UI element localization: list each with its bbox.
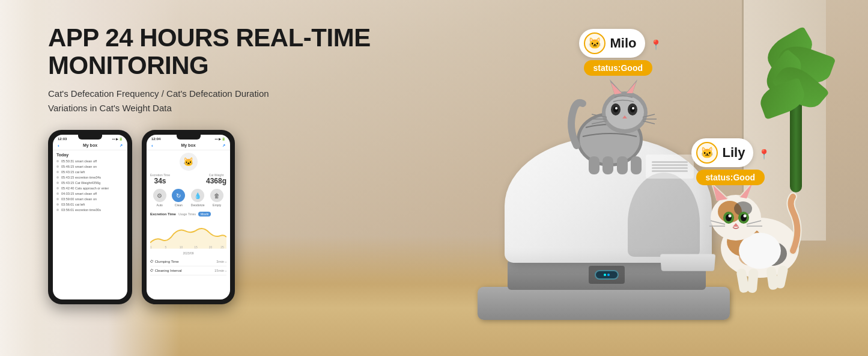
log-dot-3 <box>56 171 59 173</box>
action-buttons-row: ⚙ Auto ↻ Clean 💧 Deodorize <box>150 189 226 207</box>
log-item-7: 04:03:15 smart clean off <box>56 192 124 195</box>
log-item-6: 05:42:40 Cats approach or enter <box>56 186 124 190</box>
phone2-time: 12:04 <box>151 137 160 141</box>
phone1-back[interactable]: ‹ <box>58 143 59 149</box>
log-dot-5 <box>56 182 59 184</box>
milo-status-row: status:Good <box>579 60 652 76</box>
lily-badge: 🐱 Lily 📍 status:Good <box>691 138 779 185</box>
log-time-7: 04:03:15 <box>61 192 74 195</box>
auto-btn-circle: ⚙ <box>153 189 166 202</box>
phone2-cat-icon: 🐱 <box>180 153 198 171</box>
clean-button[interactable]: ↻ Clean <box>172 189 185 207</box>
log-event-7: smart clean off <box>75 192 97 195</box>
phone2-cat-icon-row: 🐱 <box>150 153 226 171</box>
excretion-time-value: 34s <box>150 177 170 185</box>
excretion-chart: 1 5 10 15 20 25 <box>150 219 226 249</box>
log-item-5: 05:43:15 Cat Weight4356g <box>56 181 124 185</box>
milo-name: Milo <box>610 35 637 51</box>
svg-rect-22 <box>602 156 613 174</box>
phone2: 12:04 ▪▪▪ ▶ 🔋 ‹ My box ↗ <box>142 130 235 304</box>
log-event-8: smart clean on <box>75 197 97 201</box>
log-item-2: 05:46:15 smart clean on <box>56 165 124 168</box>
svg-point-12 <box>615 107 618 109</box>
svg-marker-4 <box>611 82 622 94</box>
svg-point-42 <box>744 215 747 218</box>
phones-container: 12:03 ▪▪▪ ▶ 🔋 ‹ My box ↗ Today <box>48 130 396 304</box>
log-dot-4 <box>56 176 59 179</box>
cleaning-interval-setting[interactable]: ⏱ Cleaning Interval 15min › <box>150 266 226 275</box>
log-item-4: 05:43:15 excretion time34s <box>56 176 124 179</box>
main-title: APP 24 HOURS REAL-TIME MONITORING <box>48 24 396 79</box>
lily-status: status:Good <box>696 170 765 185</box>
deodorize-button[interactable]: 💧 Deodorize <box>191 189 205 207</box>
svg-point-13 <box>632 107 634 109</box>
lily-cat-icon: 🐱 <box>696 142 718 164</box>
log-dot-10 <box>56 209 59 211</box>
excretion-time-stat: Excretion Time 34s <box>150 173 170 185</box>
log-dot-9 <box>56 203 59 206</box>
log-item-8: 03:59:00 smart clean on <box>56 197 124 201</box>
phone1-edit[interactable]: ↗ <box>120 143 123 147</box>
lily-status-row: status:Good <box>691 170 765 185</box>
lily-badge-row: 🐱 Lily 📍 <box>691 138 779 170</box>
log-event-4: excretion time34s <box>75 176 101 179</box>
phone1: 12:03 ▪▪▪ ▶ 🔋 ‹ My box ↗ Today <box>48 130 132 304</box>
milo-badge-row: 🐱 Milo 📍 <box>579 29 667 60</box>
svg-marker-34 <box>713 185 727 201</box>
svg-point-7 <box>605 96 644 129</box>
lily-location-pin: 📍 <box>758 149 770 160</box>
phone2-back[interactable]: ‹ <box>151 143 153 149</box>
subtitle-line2: Variations in Cat's Weight Data <box>48 103 172 113</box>
svg-text:25: 25 <box>220 247 224 250</box>
clumping-time-setting[interactable]: ⏱ Clumping Time 3min › <box>150 257 226 266</box>
log-event-9: cat left <box>75 203 85 206</box>
cat-weight-stat: Cat Weight 4368g <box>206 173 226 185</box>
chart-tab-inactive[interactable]: Usage Times <box>178 212 196 216</box>
phone2-title: My box <box>181 143 195 147</box>
log-item-9: 03:56:01 cat left <box>56 203 124 206</box>
phone1-screen: 12:03 ▪▪▪ ▶ 🔋 ‹ My box ↗ Today <box>53 135 127 299</box>
empty-button[interactable]: 🗑 Empty <box>210 189 223 207</box>
svg-text:20: 20 <box>209 247 213 250</box>
log-event-3: cat left <box>75 170 85 174</box>
log-time-1: 05:50:31 <box>61 159 74 163</box>
empty-label: Empty <box>213 203 221 207</box>
auto-button[interactable]: ⚙ Auto <box>153 189 166 207</box>
auto-label: Auto <box>157 203 163 207</box>
clean-btn-circle: ↻ <box>172 189 185 202</box>
log-time-5: 05:43:15 <box>61 181 74 185</box>
log-event-1: smart clean off <box>75 159 97 163</box>
log-event-10: excretion time30s <box>75 208 101 212</box>
phone2-content: 🐱 Excretion Time 34s Cat Weight 4368g <box>147 150 230 278</box>
subtitle-line1: Cat's Defecation Frequency / Cat's Defec… <box>48 88 269 99</box>
litter-mat <box>478 287 730 320</box>
log-item-10: 03:56:01 excretion time30s <box>56 208 124 212</box>
content-area: APP 24 HOURS REAL-TIME MONITORING Cat's … <box>48 24 396 304</box>
chart-tab-active[interactable]: Moshi <box>198 212 211 216</box>
log-event-5: Cat Weight4356g <box>75 181 100 185</box>
phone2-notch <box>177 135 201 140</box>
svg-text:5: 5 <box>165 247 166 250</box>
log-time-4: 05:43:15 <box>61 176 74 179</box>
lily-name-row: 🐱 Lily <box>691 138 754 167</box>
phone1-content: Today 05:50:31 smart clean off 05:46:15 … <box>53 150 127 216</box>
chart-title-row: Excretion Time Usage Times Moshi <box>150 212 226 216</box>
phone2-edit[interactable]: ↗ <box>222 143 225 147</box>
cat-weight-value: 4368g <box>206 177 226 185</box>
svg-point-41 <box>729 215 732 218</box>
empty-btn-circle: 🗑 <box>210 189 223 202</box>
log-time-3: 05:43:15 <box>61 170 74 174</box>
milo-cat-icon: 🐱 <box>584 32 605 54</box>
log-time-8: 03:59:00 <box>61 197 74 201</box>
svg-text:10: 10 <box>180 247 183 250</box>
milo-name-row: 🐱 Milo <box>579 29 645 58</box>
deodorize-btn-circle: 💧 <box>191 189 204 202</box>
svg-rect-23 <box>617 156 628 174</box>
phone1-header: ‹ My box ↗ <box>53 142 127 150</box>
lily-name: Lily <box>723 145 745 161</box>
phone1-signal: ▪▪▪ ▶ 🔋 <box>112 137 123 141</box>
milo-location-pin: 📍 <box>650 39 662 51</box>
log-time-2: 05:46:15 <box>61 165 74 168</box>
phone2-screen: 12:04 ▪▪▪ ▶ 🔋 ‹ My box ↗ <box>147 135 230 299</box>
log-dot-8 <box>56 198 59 200</box>
